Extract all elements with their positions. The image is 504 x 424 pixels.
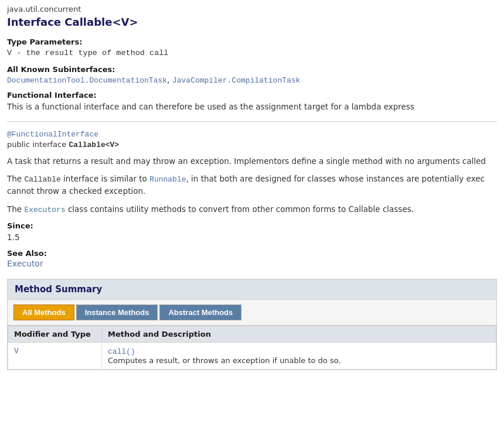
method-summary: Method Summary All Methods Instance Meth… <box>7 279 497 370</box>
known-subinterfaces: DocumentationTool.DocumentationTask, Jav… <box>7 75 497 85</box>
method-name-row: call() <box>108 347 490 356</box>
since-label: Since: <box>7 221 497 230</box>
divider <box>7 121 497 122</box>
since-value: 1.5 <box>7 231 497 243</box>
subinterface-link-2[interactable]: JavaCompiler.CompilationTask <box>172 76 300 85</box>
description-para-1: A task that returns a result and may thr… <box>7 155 497 167</box>
runnable-link[interactable]: Runnable <box>149 175 186 184</box>
col-modifier: Modifier and Type <box>8 326 102 343</box>
tab-instance-methods[interactable]: Instance Methods <box>76 305 158 320</box>
tab-all-methods[interactable]: All Methods <box>13 305 74 320</box>
method-description: Computes a result, or throws an exceptio… <box>108 356 490 365</box>
col-method: Method and Description <box>102 326 496 343</box>
annotation: @FunctionalInterface <box>7 130 497 139</box>
package-name: java.util.concurrent <box>7 5 497 13</box>
method-summary-header: Method Summary <box>8 279 496 300</box>
see-also-label: See Also: <box>7 249 497 258</box>
tab-abstract-methods[interactable]: Abstract Methods <box>159 305 241 320</box>
interface-declaration: public interface Callable<V> <box>7 140 497 149</box>
known-subinterfaces-label: All Known Subinterfaces: <box>7 65 497 74</box>
type-params-value: V - the result type of method call <box>7 47 497 59</box>
table-header-row: Modifier and Type Method and Description <box>8 326 496 343</box>
table-row: V call() Computes a result, or throws an… <box>8 343 496 370</box>
interface-title: Interface Callable<V> <box>7 16 497 28</box>
description-para-3: The Executors class contains utility met… <box>7 203 497 216</box>
method-table: Modifier and Type Method and Description… <box>8 326 496 370</box>
see-also-link[interactable]: Executor <box>7 259 43 268</box>
modifier-type-link[interactable]: V <box>14 347 19 355</box>
method-modifier: V <box>8 343 102 370</box>
subinterface-link-1[interactable]: DocumentationTool.DocumentationTask <box>7 76 167 85</box>
description-para-2: The Callable interface is similar to Run… <box>7 173 497 197</box>
functional-interface-text: This is a functional interface and can t… <box>7 101 497 112</box>
method-detail: call() Computes a result, or throws an e… <box>102 343 496 370</box>
type-params-label: Type Parameters: <box>7 37 497 46</box>
method-tabs: All Methods Instance Methods Abstract Me… <box>8 300 496 326</box>
functional-interface-label: Functional Interface: <box>7 91 497 100</box>
method-call-link[interactable]: call() <box>108 347 135 356</box>
executors-link[interactable]: Executors <box>24 206 65 214</box>
